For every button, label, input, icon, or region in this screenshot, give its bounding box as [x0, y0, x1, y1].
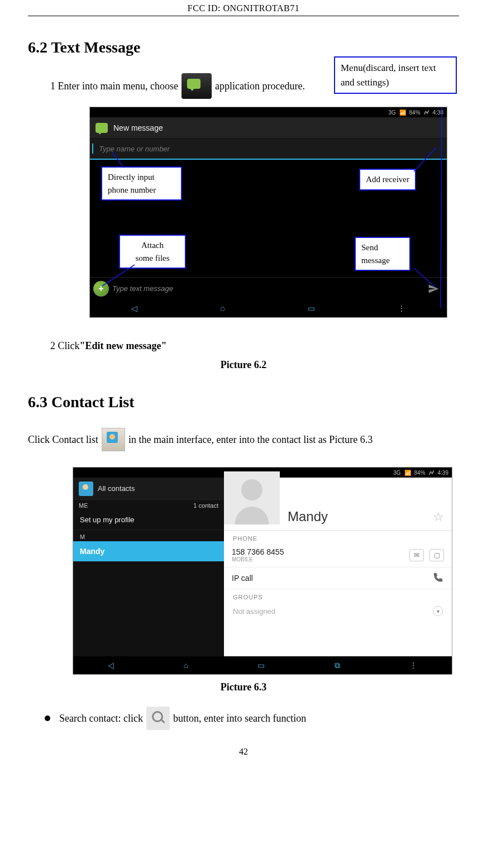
nav-bar-2: ◁ ⌂ ▭ ⧉ ⋮: [73, 656, 452, 674]
contacts-left-pane: All contacts ME 1 contact Set up my prof…: [73, 478, 224, 656]
search-icon: [146, 707, 170, 730]
contact-item-selected[interactable]: Mandy: [73, 541, 224, 561]
step-2: 2 Click "Edit new message": [50, 337, 459, 355]
screenshot-6-2: 3G 📶 84% 🗲 4:38 New message Type name or…: [89, 107, 447, 318]
ip-call-label: IP call: [232, 574, 426, 583]
nav-screenshot-icon[interactable]: ⧉: [335, 661, 340, 670]
callout-input-phone-l2: phone number: [108, 184, 175, 197]
contact-para-pre: Click Contact list: [28, 430, 98, 449]
video-action-icon[interactable]: ▢: [429, 549, 444, 561]
contact-detail-pane: Mandy ☆ PHONE 158 7366 8455 MOBILE ✉ ▢ I…: [224, 478, 452, 656]
avatar: [224, 471, 280, 524]
status-bar: 3G 📶 84% 🗲 4:38: [90, 107, 447, 117]
callout-input-phone: Directly input phone number: [101, 166, 182, 201]
search-bullet-pre: Search contact: click: [59, 713, 143, 724]
chevron-down-icon[interactable]: ▾: [433, 606, 443, 616]
phone-number: 158 7366 8455: [232, 547, 404, 556]
messaging-app-icon: [182, 73, 212, 99]
nav-recent-icon[interactable]: ▭: [308, 304, 315, 313]
phone-section-label: PHONE: [224, 531, 452, 543]
message-input[interactable]: Type text message: [112, 284, 420, 293]
status-battery-icon-2: 🗲: [429, 470, 435, 476]
step-2-bold: "Edit new message": [80, 337, 167, 355]
send-icon: [428, 283, 439, 294]
app-title: New message: [113, 123, 163, 132]
contacts-app-icon: [102, 428, 125, 451]
search-bullet-post: button, enter into search function: [173, 713, 306, 724]
sms-action-icon[interactable]: ✉: [409, 549, 424, 561]
nav-menu-icon-2[interactable]: ⋮: [409, 661, 417, 670]
nav-menu-icon[interactable]: ⋮: [398, 304, 405, 313]
nav-recent-icon-2[interactable]: ▭: [257, 661, 265, 670]
recipient-row[interactable]: Type name or number: [90, 139, 447, 160]
callout-add-receiver-text: Add receiver: [366, 175, 409, 184]
status-time-2: 4:39: [438, 470, 448, 476]
phone-row[interactable]: 158 7366 8455 MOBILE ✉ ▢: [224, 543, 452, 567]
search-bullet: Search contact: click button, enter into…: [45, 707, 459, 730]
callout-input-phone-l1: Directly input: [108, 171, 175, 184]
caption-6-3: Picture 6.3: [28, 681, 459, 693]
nav-bar: ◁ ⌂ ▭ ⋮: [90, 299, 447, 317]
groups-section-label: GROUPS: [224, 589, 452, 602]
phone-type: MOBILE: [232, 556, 404, 562]
compose-row: + Type text message: [90, 277, 447, 299]
nav-home-icon[interactable]: ⌂: [220, 304, 225, 313]
recipient-input[interactable]: Type name or number: [93, 145, 447, 153]
step-2-pre: 2 Click: [50, 337, 80, 355]
heading-6-3: 6.3 Contact List: [28, 393, 459, 411]
page-number: 42: [28, 747, 459, 762]
callout-attach-l1: Attach: [126, 239, 179, 252]
groups-row[interactable]: Not assigned ▾: [224, 602, 452, 621]
status-battery-icon: 🗲: [424, 109, 429, 116]
contact-count: 1 contact: [193, 502, 218, 509]
status-net-2: 3G: [393, 470, 400, 476]
dial-icon[interactable]: [432, 572, 444, 584]
contacts-header[interactable]: All contacts: [73, 478, 224, 500]
contacts-header-icon: [79, 481, 93, 496]
ip-call-row[interactable]: IP call: [224, 567, 452, 589]
callout-add-receiver: Add receiver: [359, 169, 416, 190]
screenshot-6-3: 3G 📶 84% 🗲 4:39 All contacts ME 1 contac…: [73, 467, 452, 675]
callout-attach-l2: some files: [126, 252, 179, 265]
me-row: ME 1 contact: [73, 500, 224, 510]
nav-home-icon-2[interactable]: ⌂: [183, 661, 188, 670]
status-signal-icon-2: 📶: [404, 470, 411, 476]
callout-menu: Menu(discard, insert text and settings): [334, 56, 457, 94]
contact-name: Mandy: [288, 509, 425, 524]
favorite-star-icon[interactable]: ☆: [433, 510, 444, 524]
callout-send-l2: message: [361, 254, 404, 267]
nav-back-icon[interactable]: ◁: [131, 304, 137, 313]
setup-profile[interactable]: Set up my profile: [73, 510, 224, 530]
contact-list-para: Click Contact list in the main interface…: [28, 428, 459, 451]
step-1-pre: 1 Enter into main menu, choose: [50, 77, 178, 95]
caption-6-2: Picture 6.2: [28, 359, 459, 371]
me-label: ME: [79, 502, 88, 509]
status-signal-icon: 📶: [399, 109, 406, 116]
send-button[interactable]: [423, 279, 443, 299]
status-time: 4:38: [433, 109, 443, 116]
callout-send-l1: Send: [361, 241, 404, 254]
callout-send: Send message: [355, 237, 410, 271]
page-header: FCC ID: ONGNITROTAB71: [28, 0, 459, 16]
index-letter: M: [73, 530, 224, 541]
not-assigned-text: Not assigned: [233, 607, 275, 616]
contact-detail-header: Mandy ☆: [224, 478, 452, 531]
messaging-bubble-icon: [96, 123, 108, 133]
attach-button[interactable]: +: [93, 281, 109, 297]
step-1-post: application procedure.: [215, 77, 305, 95]
heading-6-2: 6.2 Text Message: [28, 39, 459, 56]
callout-menu-text: Menu(discard, insert text and settings): [341, 63, 436, 88]
status-net-icon: 3G: [388, 109, 395, 116]
contacts-header-text: All contacts: [98, 484, 135, 493]
contact-para-post: in the main interface, enter into the co…: [128, 430, 373, 449]
status-battery-2: 84%: [414, 470, 426, 476]
bullet-icon: [45, 716, 50, 721]
nav-back-icon-2[interactable]: ◁: [108, 661, 114, 670]
callout-attach: Attach some files: [119, 235, 186, 269]
status-battery: 84%: [409, 109, 421, 116]
app-header: New message: [90, 117, 447, 139]
